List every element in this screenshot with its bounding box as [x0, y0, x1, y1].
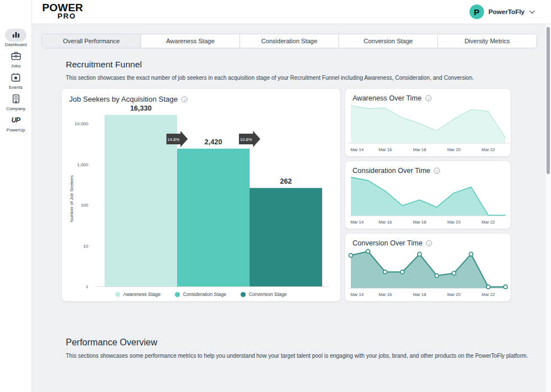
sidebar: Dashboard Jobs Events Company UP PowerUp: [0, 0, 32, 392]
tab-overall-performance[interactable]: Overall Performance: [42, 34, 141, 48]
chevron-down-icon: [529, 10, 535, 14]
sidebar-item-label: Dashboard: [4, 42, 26, 47]
section-title-recruitment-funnel: Recruitment Funnel: [66, 60, 551, 70]
tab-consideration-stage[interactable]: Consideration Stage: [240, 34, 338, 48]
legend-item: Consideration Stage: [175, 291, 226, 297]
svg-text:Mar 16: Mar 16: [378, 292, 392, 297]
funnel-bar-chart[interactable]: 1101001,00010,00016,3302,42026214.8%10.8…: [69, 103, 333, 289]
legend-dot: [115, 292, 120, 297]
events-icon: [11, 71, 21, 84]
svg-text:10: 10: [83, 244, 88, 249]
avatar: P: [469, 4, 484, 19]
sidebar-item-label: Company: [6, 106, 25, 111]
svg-text:10.8%: 10.8%: [240, 137, 252, 142]
awareness-area-chart[interactable]: Mar 14Mar 16Mar 18Mar 20Mar 22: [345, 101, 512, 154]
section-description-recruitment-funnel: This section showcases the exact number …: [66, 75, 529, 81]
sidebar-item-dashboard[interactable]: Dashboard: [0, 28, 31, 48]
svg-text:Mar 16: Mar 16: [378, 147, 392, 152]
sidebar-item-events[interactable]: Events: [0, 71, 31, 91]
svg-text:2,420: 2,420: [205, 138, 222, 146]
section-title-performance-overview: Performance Overview: [66, 338, 551, 348]
stage-tabs: Overall Performance Awareness Stage Cons…: [42, 34, 537, 48]
svg-text:Mar 18: Mar 18: [413, 147, 426, 152]
powerup-icon: UP: [11, 113, 20, 127]
legend-dot: [241, 292, 246, 297]
funnel-chart-title-row: Job Seekers by Acquisition Stage i: [69, 95, 333, 103]
awareness-over-time-card: Awareness Over Time i Mar 14Mar 16Mar 18…: [345, 88, 511, 157]
legend-dot: [175, 292, 180, 297]
svg-text:Mar 22: Mar 22: [482, 220, 495, 225]
tab-conversion-stage[interactable]: Conversion Stage: [338, 34, 437, 48]
jobs-icon: [11, 49, 21, 63]
consideration-area-chart[interactable]: Mar 14Mar 16Mar 18Mar 20Mar 22: [345, 173, 512, 227]
conversion-over-time-card: Conversion Over Time i Mar 14Mar 16Mar 1…: [345, 233, 511, 302]
tab-diversity-metrics[interactable]: Diversity Metrics: [437, 34, 536, 48]
svg-text:262: 262: [280, 177, 292, 185]
sidebar-item-company[interactable]: Company: [0, 92, 31, 112]
tab-awareness-stage[interactable]: Awareness Stage: [141, 34, 240, 48]
sidebar-item-label: Events: [9, 85, 22, 90]
legend-item: Conversion Stage: [241, 291, 287, 297]
company-icon: [11, 92, 21, 106]
funnel-chart-title: Job Seekers by Acquisition Stage: [69, 95, 178, 103]
powerpro-logo[interactable]: POWER PRO: [42, 3, 77, 20]
svg-text:i: i: [184, 97, 186, 102]
sidebar-item-label: Jobs: [11, 63, 21, 69]
svg-text:1,000: 1,000: [77, 162, 89, 167]
svg-text:Mar 14: Mar 14: [350, 220, 364, 225]
section-description-performance-overview: This sections showcases some performance…: [66, 353, 529, 359]
svg-text:100: 100: [81, 203, 89, 208]
svg-text:Mar 18: Mar 18: [413, 220, 426, 225]
scrollbar-thumb[interactable]: [547, 27, 550, 174]
charts-row: Job Seekers by Acquisition Stage i 11010…: [61, 88, 551, 302]
svg-text:Mar 20: Mar 20: [448, 292, 461, 297]
main-content: Overall Performance Awareness Stage Cons…: [33, 24, 551, 392]
svg-text:Mar 22: Mar 22: [482, 147, 495, 152]
dashboard-icon: [5, 29, 26, 42]
sidebar-item-powerup[interactable]: UP PowerUp: [0, 113, 31, 134]
conversion-area-chart[interactable]: Mar 14Mar 16Mar 18Mar 20Mar 22: [345, 245, 512, 299]
svg-text:Mar 20: Mar 20: [448, 220, 461, 225]
logo-text-pro: PRO: [42, 13, 77, 20]
info-icon[interactable]: i: [181, 96, 188, 103]
svg-text:Mar 20: Mar 20: [448, 147, 461, 152]
legend-item: Awareness Stage: [115, 291, 160, 297]
svg-text:Mar 16: Mar 16: [378, 220, 392, 225]
profile-name: PowerToFly: [489, 8, 525, 15]
svg-text:10,000: 10,000: [75, 121, 89, 126]
svg-text:Mar 14: Mar 14: [350, 147, 364, 152]
mini-charts-column: Awareness Over Time i Mar 14Mar 16Mar 18…: [345, 88, 511, 302]
svg-text:14.8%: 14.8%: [168, 137, 180, 142]
scrollbar-track[interactable]: [545, 24, 551, 392]
funnel-chart-card: Job Seekers by Acquisition Stage i 11010…: [61, 88, 341, 302]
consideration-over-time-card: Consideration Over Time i Mar 14Mar 16Ma…: [345, 161, 511, 229]
svg-text:Mar 14: Mar 14: [350, 292, 364, 297]
profile-menu[interactable]: P PowerToFly: [469, 4, 535, 19]
svg-text:Number of Job Seekers: Number of Job Seekers: [69, 175, 74, 222]
svg-text:Mar 22: Mar 22: [482, 292, 495, 297]
svg-text:1: 1: [86, 284, 89, 289]
svg-text:16,330: 16,330: [130, 104, 151, 112]
sidebar-item-jobs[interactable]: Jobs: [0, 49, 31, 70]
svg-text:Mar 18: Mar 18: [413, 292, 426, 297]
funnel-chart-legend: Awareness StageConsideration StageConver…: [69, 291, 333, 297]
sidebar-item-label: PowerUp: [7, 127, 25, 133]
top-header: POWER PRO P PowerToFly: [32, 0, 551, 24]
